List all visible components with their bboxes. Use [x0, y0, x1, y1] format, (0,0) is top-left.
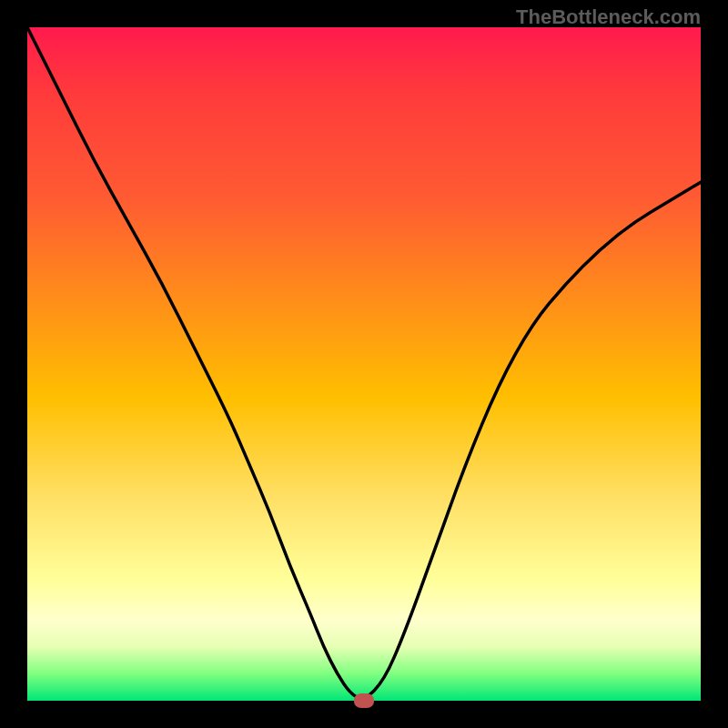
- watermark-text: TheBottleneck.com: [516, 5, 701, 29]
- chart-frame: TheBottleneck.com: [0, 0, 728, 728]
- bottleneck-curve: [27, 27, 701, 701]
- optimal-point-marker: [354, 693, 374, 708]
- plot-area: [27, 27, 701, 701]
